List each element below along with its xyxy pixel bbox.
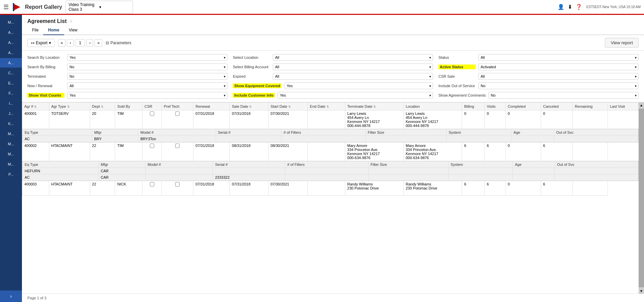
col-start-date[interactable]: Start Date ⇅ [268,103,307,110]
show-equipment-select[interactable]: YesNo [284,82,433,89]
active-status-select[interactable]: ActivatedAllDeactivated [478,64,639,70]
select-location-label: Select Location [233,55,270,59]
sidebar-item-0[interactable]: M... [0,18,22,27]
cell-pref-tech[interactable] [162,110,193,129]
sidebar-item-2[interactable]: A... [0,38,22,47]
col-billing[interactable]: Billing [462,103,485,110]
table-row: 400002 HTACMAINT 22 TIM 07/31/2018 08/31… [22,143,639,161]
show-equipment-row: Show Equipment Covered YesNo [233,82,433,89]
sidebar-item-14[interactable]: M... [0,159,22,169]
tab-home[interactable]: Home [43,26,64,35]
show-agreement-comments-select[interactable]: NoYes [488,92,639,99]
col-dept[interactable]: Dept ⇅ [90,103,115,110]
scrollbar-up-button[interactable]: ▲ [639,102,644,108]
col-remaining[interactable]: Remaining [573,103,608,110]
sidebar-item-10[interactable]: K... [0,119,22,128]
sidebar-item-13[interactable]: M... [0,149,22,159]
eq-col-type: Eq Type [23,161,99,168]
eq-col-model: Model # [138,129,216,136]
select-location-select[interactable]: All [273,54,433,61]
col-sold-by[interactable]: Sold By [115,103,142,110]
include-customer-info-select[interactable]: YesNo [277,92,433,99]
col-location[interactable]: Location [403,103,462,110]
col-pref-tech[interactable]: Pref Tech [162,103,193,110]
col-last-visit[interactable]: Last Visit [608,103,638,110]
col-visits[interactable]: Visits [485,103,506,110]
search-by-location-row: Search By Location YesNo [27,54,227,61]
tab-view[interactable]: View [64,26,82,35]
tab-file[interactable]: File [27,26,43,35]
search-by-billing-select[interactable]: NoYes [67,64,227,70]
search-by-location-select[interactable]: YesNo [67,54,227,61]
expired-select[interactable]: All [273,73,433,80]
cell-last-visit [573,110,608,129]
nav-next-button[interactable]: › [86,39,93,47]
cell-csr[interactable] [142,110,162,129]
eq-col-filters: # of Filters [285,161,369,168]
include-out-of-service-select[interactable]: NoYes [478,82,639,89]
cell-csr[interactable] [142,143,162,161]
sidebar-expand-button[interactable]: › [0,291,22,302]
help-icon[interactable]: ❓ [575,4,582,10]
nav-first-button[interactable]: « [58,39,66,47]
show-visit-counts-select[interactable]: YesNo [67,92,227,99]
new-renewal-select[interactable]: All [67,82,227,89]
sidebar-item-5[interactable]: C... [0,68,22,78]
report-dropdown[interactable]: Video Training Class 3 ▾ [65,1,133,14]
nav-last-button[interactable]: » [95,39,102,47]
cell-terminate-date [308,181,345,196]
col-completed[interactable]: Completed [506,103,541,110]
cell-pref-tech[interactable] [162,181,193,196]
col-agr[interactable]: Agr # ⇅ [22,103,49,110]
sidebar-item-11[interactable]: M... [0,129,22,139]
cell-agr-type: TOTSERV [49,110,90,129]
col-end-date[interactable]: End Date ⇅ [308,103,345,110]
eq-col-filter-size: Filter Size [366,129,447,136]
hamburger-icon[interactable]: ☰ [3,3,9,11]
report-area: Agr # ⇅ Agr Type ⇅ Dept ⇅ Sold By CSR Pr… [22,102,639,294]
right-scrollbar[interactable]: ▲ ▼ [639,102,644,294]
sidebar-item-15[interactable]: P... [0,170,22,179]
select-billing-account-select[interactable]: All [273,64,433,70]
show-agreement-comments-label: Show Agreement Comments [438,93,486,97]
star-icon[interactable]: ☆ [69,19,73,24]
cell-start-date: 07/31/2018 [230,181,269,196]
col-canceled[interactable]: Canceled [541,103,572,110]
download-icon[interactable]: ⬇ [568,4,572,10]
scrollbar-down-button[interactable]: ▼ [639,288,644,294]
top-right: 👤 ⬇ ❓ EST5EDT-New York, USA 10:18 AM [558,4,641,10]
sidebar-item-1[interactable]: A... [0,28,22,37]
eq-col-system: System [447,129,511,136]
sidebar-item-3[interactable]: A... [0,48,22,57]
user-icon[interactable]: 👤 [558,4,564,10]
view-report-button[interactable]: View report [605,38,639,48]
cell-visits: 6 [462,143,485,161]
top-bar: ☰ Report Gallery Video Training Class 3 … [0,0,644,15]
terminated-select[interactable]: NoYes [67,73,227,80]
sidebar-item-7[interactable]: F... [0,89,22,98]
scrollbar-thumb[interactable] [639,108,644,287]
sidebar-item-6[interactable]: E... [0,78,22,88]
sidebar-item-8[interactable]: I... [0,99,22,108]
sidebar-item-9[interactable]: J... [0,109,22,118]
tabs: File Home View [22,26,644,35]
show-visit-counts-row: Show Visit Counts YesNo [27,92,227,99]
col-sale-date[interactable]: Sale Date ⇅ [230,103,269,110]
col-terminate-date[interactable]: Terminate Date ⇅ [345,103,403,110]
cell-pref-tech[interactable] [162,143,193,161]
col-agr-type[interactable]: Agr Type ⇅ [49,103,90,110]
active-status-row: Active Status ActivatedAllDeactivated [438,64,639,70]
export-button[interactable]: ↦ Export ▾ [27,39,55,47]
sidebar-item-4[interactable]: A... [0,58,22,68]
col-renewal[interactable]: Renewal [193,103,230,110]
cell-billing: Mary Amore334 Princeton Ave.Kenmore NY 1… [403,143,462,161]
status-select[interactable]: All [478,54,639,61]
nav-prev-button[interactable]: ‹ [67,39,74,47]
csr-sale-select[interactable]: All [478,73,639,80]
sidebar-item-12[interactable]: M... [0,139,22,149]
parameters-button[interactable]: ⊟ Parameters [106,41,131,45]
col-csr[interactable]: CSR [142,103,162,110]
search-by-billing-label: Search By Billing [27,65,64,69]
eq-col-age: Age [511,129,554,136]
cell-csr[interactable] [142,181,162,196]
